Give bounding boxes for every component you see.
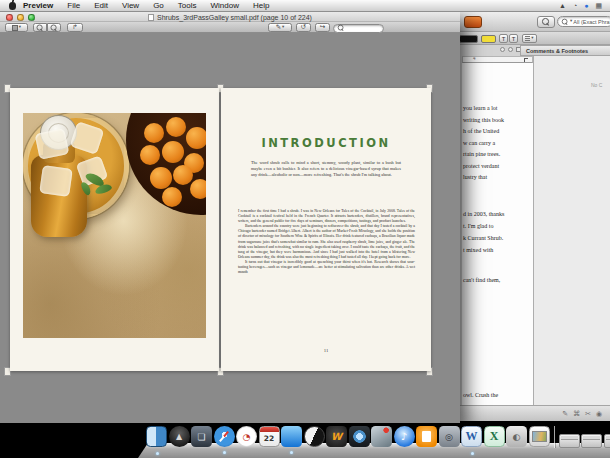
document-line: writing this book [463,117,504,124]
editor-search-button[interactable] [537,16,555,28]
menu-tools[interactable]: Tools [171,1,204,10]
dock-icon-messages[interactable] [281,426,302,447]
font-color-swatch[interactable] [459,35,478,43]
apple-menu-icon[interactable] [9,2,16,10]
statusbar-pen-icon[interactable]: ✎ [562,410,568,417]
statusbar-key-icon[interactable]: ⌘ [573,410,580,417]
dock-icon-color-meter[interactable]: ◐ [506,426,527,447]
menu-view[interactable]: View [115,1,146,10]
dock-icon-photos-stack[interactable] [529,426,550,447]
editor-toolbar-color-button[interactable] [464,16,482,28]
compass-needle-icon [219,431,229,442]
zoom-in-button[interactable] [47,23,61,32]
dock-icon-stack-window-2[interactable] [581,434,602,448]
preview-toolbar: ▾ ↱ ✎▾ ↺ ↪ [0,22,460,33]
dock-icon-app-utility[interactable]: ◎ [439,426,460,447]
statusbar-tool-icon[interactable]: ◉ [596,410,602,417]
rotate-button[interactable]: ↺ [296,23,311,32]
dock-icon-stack-window-3[interactable] [604,434,610,448]
preview-titlebar[interactable]: Shrubs_3rdPassGalley small.pdf (page 10 … [0,12,460,22]
arrow-forward-icon: ↪ [320,24,325,31]
dock-icon-calendar[interactable]: 22 [259,426,280,447]
document-line: lustry that [463,174,487,181]
format-dropdown[interactable]: ▾ [522,34,537,43]
dock-icon-launchpad[interactable]: ▲ [169,426,190,447]
dock-icon-safari[interactable] [214,426,235,447]
preview-window: Shrubs_3rdPassGalley small.pdf (page 10 … [0,12,460,423]
menu-bar: Preview FileEditViewGoToolsWindowHelp ▲◔… [0,0,610,12]
search-icon [338,25,344,31]
dock-icon-stack-window-1[interactable] [559,434,580,448]
dock-icon-app-contrast[interactable] [304,426,325,447]
statusbar-clip-icon[interactable]: ✂ [585,410,591,417]
zoom-out-button[interactable] [33,23,47,32]
dock-icon-ms-word[interactable]: W [461,426,482,447]
pdf-view[interactable]: INTRODUCTION The word shrub calls to min… [0,33,460,423]
text-style-button-1[interactable]: T [499,34,508,43]
comments-panel: No C [533,56,610,405]
photo-shrub-cocktail [23,113,206,338]
zoom-out-icon [37,24,44,31]
body-paragraph: I remember the first time I had a shrub.… [238,209,415,224]
document-text-area[interactable]: you learn a lotwriting this bookh of the… [462,63,533,405]
menu-window[interactable]: Window [204,1,246,10]
menu-status-icon-2[interactable]: ◔ [573,2,577,10]
search-icon [562,18,568,24]
dock-icon-itunes[interactable]: ♪ [394,426,415,447]
document-line: h of the United [463,128,499,135]
panel-circle-icon-2[interactable] [508,47,513,52]
dock-icon-app-photo-edit[interactable] [371,426,392,447]
markup-button[interactable]: ✎▾ [268,23,292,32]
document-line: k Currant Shrub. [463,235,503,242]
forward-button[interactable]: ↪ [315,23,330,32]
dock-icon-app-orange-doc[interactable] [416,426,437,447]
document-line: w can carry a [463,140,495,147]
document-line: protect verdant [463,163,499,170]
page-view-icon [12,25,18,31]
book-page-left [10,88,219,371]
menu-status-icon-4[interactable]: ▦ [595,2,602,10]
dock-icon-app-spiral[interactable]: W [326,426,347,447]
comments-panel-title: Comments & Footnotes [526,48,588,54]
menu-status-icon-1[interactable]: ▲ [559,2,566,10]
menu-help[interactable]: Help [246,1,276,10]
menu-edit[interactable]: Edit [87,1,115,10]
book-page-right: INTRODUCTION The word shrub calls to min… [221,88,431,371]
list-icon [525,36,530,41]
share-icon: ↱ [72,24,77,31]
menu-items: FileEditViewGoToolsWindowHelp [60,1,276,10]
chevron-down-icon: ▾ [531,36,533,41]
highlight-color-swatch[interactable] [481,35,496,43]
panel-mini-icons [500,47,521,52]
body-paragraph: It turns out that vinegar is incredibly … [238,260,415,275]
dock-icon-dock-separator[interactable] [551,426,557,447]
text-style-button-2[interactable]: T [509,34,518,43]
page-number: 11 [221,348,431,353]
ruler-label: 4 [473,57,476,61]
dock-icon-finder[interactable] [146,426,167,447]
menu-go[interactable]: Go [146,1,171,10]
menu-status-icons: ▲◔●▦ [559,2,610,10]
dock-icon-app-media[interactable] [349,426,370,447]
document-line: rtain pine trees. [463,151,500,158]
dock-icon-mission-control[interactable]: ❏ [191,426,212,447]
ruler-margin-marker[interactable] [524,58,528,62]
editor-search-field[interactable]: ▾ All (Exact Phrase) [557,16,610,27]
comments-panel-header[interactable]: Comments & Footnotes [520,45,610,56]
chapter-body-text: I remember the first time I had a shrub.… [238,209,415,275]
document-proxy-icon[interactable] [148,14,154,21]
dock-icon-ms-excel[interactable]: X [484,426,505,447]
menu-app-name[interactable]: Preview [23,1,60,10]
dock-icon-dashboard[interactable]: ◔ [236,426,257,447]
panel-circle-icon-1[interactable] [500,47,505,52]
move-to-button[interactable]: ↱ [67,23,83,32]
chevron-down-icon: ▾ [570,19,572,24]
document-line: t. I'm glad to [463,223,493,230]
menu-file[interactable]: File [60,1,87,10]
menu-status-icon-3[interactable]: ● [584,2,588,10]
view-menu-button[interactable]: ▾ [5,23,28,32]
rotate-left-icon: ↺ [301,24,306,31]
preview-search-field[interactable] [333,24,384,33]
desktop: Preview FileEditViewGoToolsWindowHelp ▲◔… [0,0,610,458]
chapter-lede: The word shrub calls to mind a short, st… [251,160,401,179]
